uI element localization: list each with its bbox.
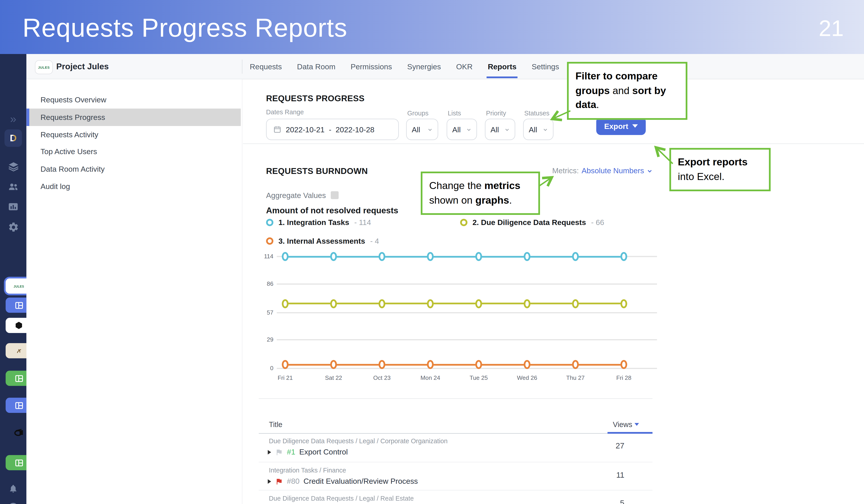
burndown-chart: 1148657290Fri 21Sat 22Oct 23Mon 24Tue 25… (259, 253, 659, 385)
top-nav-bar: JULES Project Jules Requests Data Room P… (26, 54, 864, 80)
report-sidebar: Requests Overview Requests Progress Requ… (26, 80, 242, 504)
sidebar-item-requests-progress[interactable]: Requests Progress (26, 109, 241, 126)
export-button[interactable]: Export (596, 117, 646, 135)
data-point[interactable] (330, 299, 337, 308)
sidebar-item-data-room-activity[interactable]: Data Room Activity (26, 160, 241, 178)
x-axis-label: Oct 23 (365, 374, 399, 381)
app-rail: » D JULES (0, 54, 26, 504)
org-logo-d[interactable]: D (4, 129, 22, 147)
data-point[interactable] (330, 252, 337, 261)
data-point[interactable] (572, 360, 579, 369)
chart-gridline (277, 284, 657, 285)
data-point[interactable] (524, 360, 530, 369)
tab-settings[interactable]: Settings (532, 62, 559, 71)
request-title[interactable]: Export Control (299, 448, 348, 456)
sidebar-item-audit-log[interactable]: Audit log (26, 178, 241, 195)
data-point[interactable] (524, 252, 530, 261)
request-title[interactable]: Credit Evaluation/Review Process (303, 477, 418, 485)
tab-okr[interactable]: OKR (456, 62, 472, 71)
chevron-down-icon (428, 127, 433, 132)
sort-desc-icon (635, 423, 639, 426)
column-header-views[interactable]: Views (613, 420, 639, 429)
y-axis-label: 114 (259, 253, 273, 260)
lists-select[interactable]: All (447, 119, 477, 140)
tab-permissions[interactable]: Permissions (350, 62, 392, 71)
flag-icon (275, 477, 283, 485)
chevron-down-icon (543, 127, 548, 132)
statuses-select[interactable]: All (523, 119, 553, 140)
tab-reports[interactable]: Reports (488, 62, 517, 71)
arrow-to-metrics (539, 178, 551, 186)
views-count: 27 (616, 441, 624, 450)
table-row[interactable]: Due Diligence Data Requests / Legal / Co… (259, 433, 652, 463)
expand-caret-icon[interactable] (268, 479, 271, 483)
x-axis-label: Thu 27 (559, 374, 592, 381)
data-point[interactable] (379, 360, 385, 369)
data-point[interactable] (621, 252, 627, 261)
column-header-title[interactable]: Title (269, 420, 283, 429)
legend-item-internal-assessments[interactable]: 3. Internal Assessments - 4 (266, 237, 379, 245)
sidebar-item-top-active-users[interactable]: Top Active Users (26, 143, 241, 160)
aggregate-values-checkbox[interactable] (331, 191, 339, 199)
data-point[interactable] (282, 360, 289, 369)
chevron-down-icon (466, 127, 472, 132)
data-point[interactable] (621, 360, 627, 369)
gear-icon[interactable] (0, 221, 26, 233)
priority-label: Priority (486, 110, 506, 117)
sidebar-item-requests-activity[interactable]: Requests Activity (26, 126, 241, 144)
data-point[interactable] (572, 299, 579, 308)
layers-icon[interactable] (0, 161, 26, 172)
expand-caret-icon[interactable] (268, 450, 271, 454)
sidebar-item-requests-overview[interactable]: Requests Overview (26, 91, 241, 109)
data-point[interactable] (524, 299, 530, 308)
x-axis-label: Wed 26 (510, 374, 544, 381)
priority-select[interactable]: All (485, 119, 515, 140)
section-divider (243, 144, 864, 144)
y-axis-label: 0 (259, 364, 273, 371)
bell-icon[interactable] (0, 484, 26, 493)
chart-title: Amount of not resolved requests (266, 205, 398, 215)
tab-requests[interactable]: Requests (250, 62, 282, 71)
data-point[interactable] (282, 252, 289, 261)
legend-item-due-diligence[interactable]: 2. Due Diligence Data Requests - 66 (460, 218, 604, 227)
data-point[interactable] (476, 360, 482, 369)
x-axis-label: Fri 28 (607, 374, 641, 381)
data-point[interactable] (476, 252, 482, 261)
project-name[interactable]: Project Jules (56, 61, 109, 71)
row-breadcrumb: Integration Tasks / Finance (269, 467, 346, 473)
data-point[interactable] (621, 299, 627, 308)
tab-synergies[interactable]: Synergies (407, 62, 441, 71)
data-point[interactable] (427, 299, 434, 308)
slide-title: Requests Progress Reports (23, 12, 347, 43)
data-point[interactable] (282, 299, 289, 308)
project-logo-badge[interactable]: JULES (35, 60, 53, 74)
groups-select[interactable]: All (406, 119, 438, 140)
data-point[interactable] (476, 299, 482, 308)
tab-data-room[interactable]: Data Room (297, 62, 335, 71)
groups-label: Groups (407, 110, 429, 117)
export-dropdown-arrow (632, 124, 638, 128)
data-point[interactable] (572, 252, 579, 261)
x-axis-label: Tue 25 (462, 374, 496, 381)
y-axis-label: 29 (259, 336, 273, 343)
data-point[interactable] (427, 252, 434, 261)
views-count: 5 (620, 499, 624, 504)
data-point[interactable] (330, 360, 337, 369)
row-breadcrumb: Due Diligence Data Requests / Legal / Co… (269, 437, 447, 444)
legend-dot-teal (266, 219, 274, 226)
legend-item-integration-tasks[interactable]: 1. Integration Tasks - 114 (266, 218, 371, 227)
aggregate-values-label: Aggregate Values (266, 191, 326, 200)
org-logo-letter: D (10, 133, 17, 144)
info-icon[interactable]: i (0, 503, 26, 504)
users-icon[interactable] (0, 181, 26, 192)
data-point[interactable] (379, 252, 385, 261)
data-point[interactable] (427, 360, 434, 369)
dates-range-label: Dates Range (266, 109, 304, 116)
dates-range-input[interactable]: 2022-10-21 - 2022-10-28 (266, 119, 399, 140)
bar-chart-icon[interactable] (0, 201, 26, 212)
table-row[interactable]: Due Diligence Data Requests / Legal / Re… (259, 491, 652, 504)
callout-export: Export reports into Excel. (669, 148, 771, 191)
data-point[interactable] (379, 299, 385, 308)
table-row[interactable]: Integration Tasks / Finance #80 Credit E… (259, 463, 652, 491)
expand-sidebar-icon[interactable]: » (0, 112, 26, 125)
